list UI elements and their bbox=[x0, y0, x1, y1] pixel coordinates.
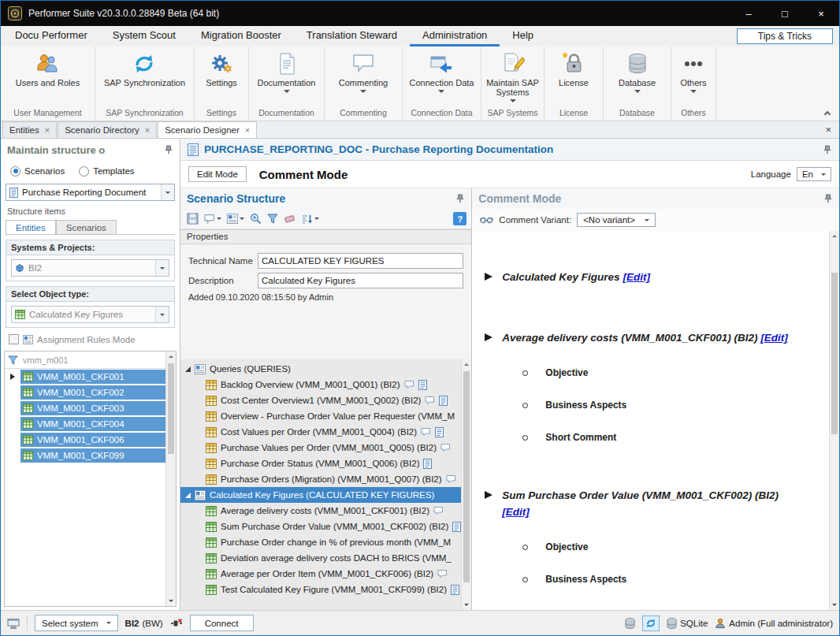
scrollbar[interactable] bbox=[461, 359, 471, 610]
pin-icon[interactable] bbox=[164, 145, 173, 154]
assignment-rules-checkbox[interactable]: Assignment Rules Mode bbox=[1, 328, 180, 348]
help-button[interactable]: ? bbox=[453, 212, 466, 225]
list-item[interactable]: VMM_M001_CKF099 bbox=[5, 448, 165, 463]
radio-scenarios[interactable]: Scenarios bbox=[10, 166, 65, 177]
scroll-thumb[interactable] bbox=[831, 273, 838, 434]
system-combo[interactable]: BI2 bbox=[11, 259, 169, 277]
tree-node[interactable]: Purchase Order Status (VMM_M001_Q006) (B… bbox=[180, 456, 461, 471]
tab-close-icon[interactable]: × bbox=[145, 126, 150, 135]
tree-node[interactable]: Overview - Purchase Order Value per Requ… bbox=[180, 408, 461, 424]
tab-scenario-designer[interactable]: Scenario Designer × bbox=[158, 121, 257, 138]
tree-node[interactable]: Sum Purchase Order Value (VMM_M001_CKF00… bbox=[180, 519, 461, 534]
filter-input[interactable] bbox=[20, 352, 165, 368]
refresh-icon[interactable] bbox=[642, 616, 660, 631]
close-button[interactable]: × bbox=[803, 1, 839, 26]
radio-templates[interactable]: Templates bbox=[79, 166, 134, 177]
list-item[interactable]: VMM_M001_CKF004 bbox=[5, 416, 165, 432]
database-button[interactable]: Database bbox=[615, 50, 659, 95]
tab-entities-left[interactable]: Entities bbox=[6, 220, 56, 234]
scroll-down-arrow[interactable] bbox=[166, 596, 176, 606]
language-combo[interactable]: En bbox=[797, 167, 831, 181]
maximize-button[interactable]: □ bbox=[767, 1, 803, 26]
tree-node[interactable]: Cost Center Overview1 (VMM_M001_Q002) (B… bbox=[180, 392, 461, 408]
list-item[interactable]: VMM_M001_CKF001 bbox=[5, 369, 165, 385]
filter-button[interactable] bbox=[266, 212, 280, 225]
tree-node[interactable]: Backlog Overview (VMM_M001_Q001) (BI2) bbox=[180, 377, 461, 392]
scrollbar[interactable] bbox=[829, 231, 839, 610]
edit-link[interactable]: [Edit] bbox=[623, 271, 650, 283]
tree-node[interactable]: Deviation average delivery costs DACH to… bbox=[180, 550, 461, 566]
combo-dropdown-button[interactable] bbox=[155, 307, 169, 322]
tree-node[interactable]: Purchase Orders (Migration) (VMM_M001_Q0… bbox=[180, 471, 461, 487]
pin-icon[interactable] bbox=[455, 194, 465, 203]
menu-system-scout[interactable]: System Scout bbox=[100, 26, 188, 46]
tree-node[interactable]: Average delivery costs (VMM_M001_CKF001)… bbox=[180, 503, 461, 519]
database-icon[interactable] bbox=[625, 618, 635, 629]
edit-link[interactable]: [Edit] bbox=[760, 332, 788, 344]
combo-dropdown-button[interactable] bbox=[161, 184, 174, 200]
tree-node[interactable]: Test Calculated Key Figure (VMM_M001_CKF… bbox=[180, 582, 461, 597]
scroll-up-arrow[interactable] bbox=[462, 359, 471, 370]
pin-icon[interactable] bbox=[823, 145, 832, 154]
settings-button[interactable]: Settings bbox=[203, 50, 240, 89]
tree-node[interactable]: Purchase Values per Order (VMM_M001_Q005… bbox=[180, 440, 461, 456]
documentation-button[interactable]: Documentation bbox=[255, 50, 319, 95]
tree-node[interactable]: Purchase Order change in % of previous m… bbox=[180, 534, 461, 550]
edit-mode-button[interactable]: Edit Mode bbox=[188, 166, 247, 182]
menu-docu-performer[interactable]: Docu Performer bbox=[2, 26, 100, 46]
tab-scenarios-left[interactable]: Scenarios bbox=[56, 220, 117, 234]
pin-icon[interactable] bbox=[823, 194, 833, 203]
scrollbar[interactable] bbox=[165, 351, 176, 606]
zoom-icon[interactable] bbox=[248, 211, 263, 226]
edit-link[interactable]: [Edit] bbox=[502, 506, 530, 518]
combo-dropdown-button[interactable] bbox=[155, 260, 169, 276]
menu-translation-steward[interactable]: Translation Steward bbox=[294, 26, 410, 46]
tab-close-icon[interactable]: × bbox=[45, 126, 50, 135]
description-field[interactable] bbox=[258, 273, 463, 288]
scroll-thumb[interactable] bbox=[463, 371, 470, 582]
tab-scenario-directory[interactable]: Scenario Directory × bbox=[58, 121, 157, 138]
scroll-up-arrow[interactable] bbox=[830, 231, 839, 241]
select-system-button[interactable]: Select system bbox=[35, 615, 118, 631]
tab-close-icon[interactable]: × bbox=[245, 126, 250, 135]
expand-icon[interactable] bbox=[185, 366, 191, 372]
panels-icon[interactable] bbox=[7, 618, 20, 629]
scroll-up-arrow[interactable] bbox=[166, 351, 176, 362]
technical-name-field[interactable] bbox=[258, 253, 463, 269]
tips-and-tricks-button[interactable]: Tips & Tricks bbox=[737, 28, 833, 44]
tree-node[interactable]: Queries (QUERIES) bbox=[180, 361, 461, 377]
tab-entities[interactable]: Entities × bbox=[2, 121, 57, 138]
comment-variant-combo[interactable]: <No variant> bbox=[577, 213, 656, 227]
ribbon-collapse-button[interactable] bbox=[822, 108, 833, 117]
scroll-thumb[interactable] bbox=[168, 363, 174, 454]
clear-filter-button[interactable] bbox=[282, 212, 297, 225]
close-document-icon[interactable]: × bbox=[825, 124, 831, 136]
maintain-sap-systems-button[interactable]: Maintain SAP Systems bbox=[481, 50, 544, 104]
others-button[interactable]: Others bbox=[677, 50, 709, 95]
scroll-down-arrow[interactable] bbox=[830, 600, 839, 610]
add-node-dropdown-button[interactable] bbox=[225, 212, 246, 225]
sort-az-button[interactable] bbox=[299, 212, 321, 226]
list-item[interactable]: VMM_M001_CKF002 bbox=[5, 385, 165, 400]
object-type-combo[interactable]: Calculated Key Figures bbox=[11, 306, 169, 323]
list-item[interactable]: VMM_M001_CKF003 bbox=[5, 400, 165, 416]
funnel-icon[interactable] bbox=[5, 355, 20, 365]
scroll-down-arrow[interactable] bbox=[462, 600, 471, 610]
commenting-button[interactable]: Commenting bbox=[336, 50, 391, 95]
menu-migration-booster[interactable]: Migration Booster bbox=[188, 26, 294, 46]
users-and-roles-button[interactable]: Users and Roles bbox=[13, 50, 83, 89]
scenario-combo[interactable]: Purchase Reporting Document bbox=[6, 184, 175, 201]
comment-dropdown-button[interactable] bbox=[203, 212, 223, 225]
expand-icon[interactable] bbox=[185, 493, 191, 498]
license-button[interactable]: License bbox=[556, 50, 592, 89]
menu-administration[interactable]: Administration bbox=[410, 26, 500, 46]
tree-node[interactable]: Average per Order Item (VMM_M001_CKF006)… bbox=[180, 566, 461, 582]
menu-help[interactable]: Help bbox=[500, 26, 546, 46]
minimize-button[interactable]: – bbox=[730, 1, 767, 26]
sap-synchronization-button[interactable]: SAP Synchronization bbox=[101, 50, 188, 89]
tree-node-selected[interactable]: Calculated Key Figures (CALCULATED KEY F… bbox=[180, 487, 461, 503]
connect-button[interactable]: Connect bbox=[190, 615, 254, 631]
tree-node[interactable]: Cost Values per Order (VMM_M001_Q004) (B… bbox=[180, 424, 461, 440]
list-item[interactable]: VMM_M001_CKF006 bbox=[5, 432, 165, 448]
connection-data-button[interactable]: Connection Data bbox=[407, 50, 478, 95]
